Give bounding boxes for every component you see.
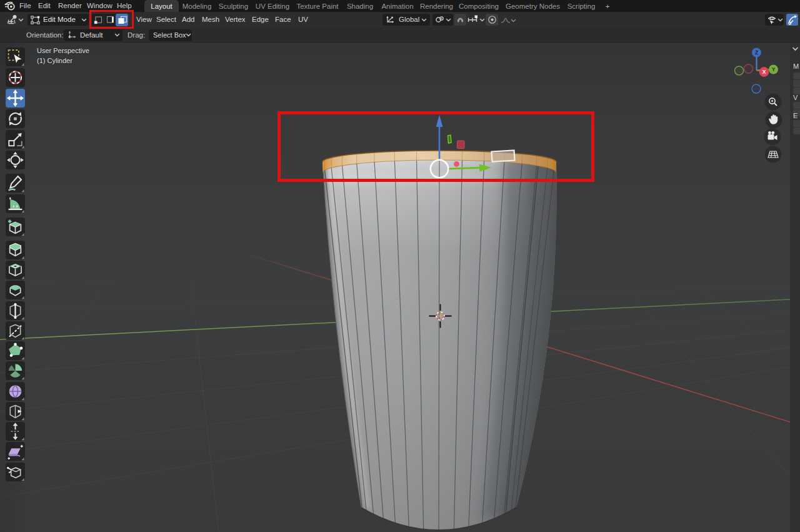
svg-text:Z: Z [755,49,758,56]
svg-text:Y: Y [772,66,776,73]
svg-text:X: X [762,69,766,75]
